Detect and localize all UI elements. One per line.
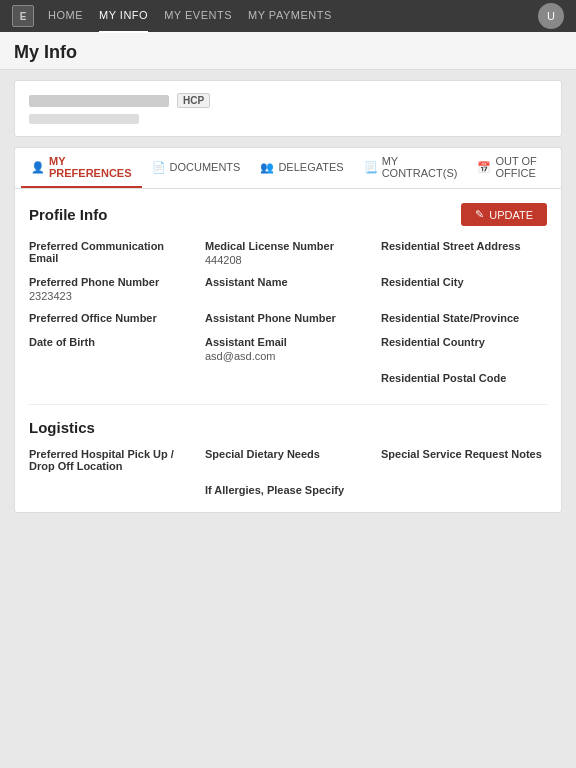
logistics-fields-grid: Preferred Hospital Pick Up / Drop Off Lo… — [29, 448, 547, 498]
hcp-badge: HCP — [177, 93, 210, 108]
nav-home[interactable]: HOME — [48, 0, 83, 33]
nav-logo: E — [12, 5, 34, 27]
profile-section-title: Profile Info — [29, 206, 107, 223]
doc-icon: 📄 — [152, 161, 166, 174]
top-nav: E HOME MY INFO MY EVENTS MY PAYMENTS U — [0, 0, 576, 32]
field-allergies: If Allergies, Please Specify — [205, 484, 371, 498]
nav-links: HOME MY INFO MY EVENTS MY PAYMENTS — [48, 0, 538, 33]
tab-out-of-office[interactable]: 📅 OUT OF OFFICE — [467, 148, 555, 188]
field-assistant-email: Assistant Email asd@asd.com — [205, 336, 371, 362]
nav-my-payments[interactable]: MY PAYMENTS — [248, 0, 332, 33]
field-residential-state: Residential State/Province — [381, 312, 547, 326]
field-assistant-name: Assistant Name — [205, 276, 371, 302]
person-icon: 👤 — [31, 161, 45, 174]
user-email-placeholder — [29, 114, 139, 124]
field-residential-country: Residential Country — [381, 336, 547, 362]
content-area: HCP 👤 MY PREFERENCES 📄 DOCUMENTS 👥 DELEG… — [0, 70, 576, 523]
field-preferred-phone: Preferred Phone Number 2323423 — [29, 276, 195, 302]
user-name-placeholder — [29, 95, 169, 107]
update-button[interactable]: ✎ UPDATE — [461, 203, 547, 226]
edit-icon: ✎ — [475, 208, 484, 221]
tabs-and-panel: 👤 MY PREFERENCES 📄 DOCUMENTS 👥 DELEGATES… — [14, 147, 562, 513]
page-title-bar: My Info — [0, 32, 576, 70]
field-residential-street-address: Residential Street Address — [381, 240, 547, 266]
logistics-title: Logistics — [29, 419, 547, 436]
field-preferred-comm-email: Preferred Communication Email — [29, 240, 195, 266]
page-title: My Info — [14, 42, 562, 63]
field-dietary-needs: Special Dietary Needs — [205, 448, 371, 474]
nav-my-info[interactable]: MY INFO — [99, 0, 148, 33]
group-icon: 👥 — [260, 161, 274, 174]
user-card: HCP — [14, 80, 562, 137]
field-preferred-office: Preferred Office Number — [29, 312, 195, 326]
tab-delegates[interactable]: 👥 DELEGATES — [250, 148, 353, 188]
tabs-row: 👤 MY PREFERENCES 📄 DOCUMENTS 👥 DELEGATES… — [14, 147, 562, 188]
section-divider — [29, 404, 547, 405]
profile-fields-grid: Preferred Communication Email Medical Li… — [29, 240, 547, 386]
file-icon: 📃 — [364, 161, 378, 174]
tab-documents[interactable]: 📄 DOCUMENTS — [142, 148, 251, 188]
field-hospital-pickup: Preferred Hospital Pick Up / Drop Off Lo… — [29, 448, 195, 474]
field-residential-postal: Residential Postal Code — [381, 372, 547, 386]
field-empty-1 — [29, 372, 195, 386]
field-logistics-empty-2 — [381, 484, 547, 498]
field-residential-city: Residential City — [381, 276, 547, 302]
field-service-request-notes: Special Service Request Notes — [381, 448, 547, 474]
profile-section-header: Profile Info ✎ UPDATE — [29, 203, 547, 226]
field-logistics-empty — [29, 484, 195, 498]
calendar-icon: 📅 — [477, 161, 491, 174]
nav-my-events[interactable]: MY EVENTS — [164, 0, 232, 33]
field-dob: Date of Birth — [29, 336, 195, 362]
info-panel: Profile Info ✎ UPDATE Preferred Communic… — [14, 188, 562, 513]
user-name-row: HCP — [29, 93, 547, 108]
tab-my-contracts[interactable]: 📃 MY CONTRACT(S) — [354, 148, 468, 188]
field-assistant-phone: Assistant Phone Number — [205, 312, 371, 326]
tab-my-preferences[interactable]: 👤 MY PREFERENCES — [21, 148, 142, 188]
nav-avatar[interactable]: U — [538, 3, 564, 29]
field-medical-license-number: Medical License Number 444208 — [205, 240, 371, 266]
field-empty-2 — [205, 372, 371, 386]
